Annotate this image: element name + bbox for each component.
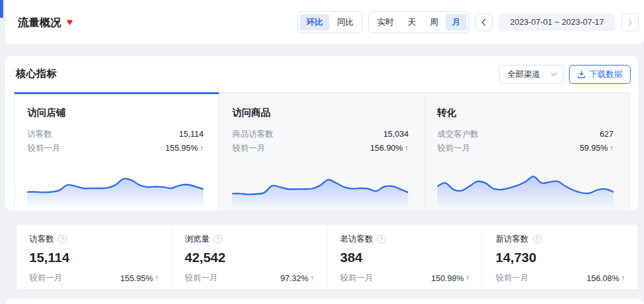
- sparkline-chart: [232, 160, 408, 207]
- arrow-up-icon: ↑: [310, 273, 314, 282]
- tab-week[interactable]: 周: [423, 14, 444, 31]
- arrow-up-icon: ↑: [610, 141, 613, 155]
- tab-conversion[interactable]: 转化 成交客户数 627 较前一月 59.95%↑: [425, 92, 629, 211]
- summary-value: 384: [340, 250, 470, 265]
- prev-period-button[interactable]: [475, 13, 493, 31]
- summary-value: 14,730: [496, 250, 626, 265]
- compare-label: 较前一月: [232, 141, 265, 155]
- summary-value: 42,542: [185, 250, 315, 265]
- compare-value: 150.98%: [431, 273, 463, 283]
- chevron-down-icon: [551, 73, 557, 76]
- summary-label: 老访客数: [340, 233, 373, 245]
- next-section-edge: [5, 299, 644, 304]
- tab-realtime[interactable]: 实时: [371, 14, 400, 31]
- compare-row: 较前一月 59.95%↑: [437, 141, 613, 155]
- metric-row: 商品访客数 15,034: [232, 127, 408, 141]
- compare-toggle: 环比 同比: [298, 11, 362, 33]
- summary-label: 浏览量: [185, 233, 210, 245]
- compare-value: 97.32%: [280, 273, 308, 283]
- compare-value: 155.95%: [120, 273, 153, 283]
- compare-row: 较前一月 155.95%↑: [27, 141, 203, 155]
- metric-label: 商品访客数: [232, 127, 273, 141]
- tab-month[interactable]: 月: [446, 14, 467, 31]
- compare-row: 较前一月 156.90%↑: [232, 141, 408, 155]
- compare-label: 较前一月: [185, 272, 218, 284]
- core-metrics-header: 核心指标 全部渠道 下载数据: [5, 56, 638, 92]
- sparkline-chart: [437, 160, 613, 207]
- download-data-button[interactable]: 下载数据: [569, 65, 631, 84]
- metric-tab-group: 访问店铺 访客数 15,114 较前一月 155.95%↑ 访问商品 商品访客数…: [14, 92, 629, 211]
- summary-label: 访客数: [29, 233, 54, 245]
- arrow-up-icon: ↑: [200, 141, 203, 155]
- compare-value: 156.08%: [587, 273, 619, 283]
- compare-label: 较前一月: [340, 272, 373, 284]
- metric-value: 15,114: [179, 127, 204, 141]
- metric-row: 成交客户数 627: [437, 127, 613, 141]
- tab-title: 访问店铺: [27, 107, 203, 119]
- compare-value: 155.95%: [165, 141, 198, 155]
- summary-value: 15,114: [29, 250, 159, 265]
- summary-label: 新访客数: [496, 233, 529, 245]
- tab-title: 访问商品: [232, 107, 408, 119]
- tab-day[interactable]: 天: [401, 14, 422, 31]
- toggle-mom[interactable]: 环比: [300, 14, 329, 31]
- metric-value: 15,034: [383, 127, 409, 141]
- header-controls: 环比 同比 实时 天 周 月 2023-07-01 ~ 2023-07-17: [298, 11, 639, 33]
- arrow-up-icon: ↑: [405, 141, 409, 155]
- channel-select-value: 全部渠道: [507, 69, 540, 80]
- channel-select[interactable]: 全部渠道: [499, 65, 564, 84]
- compare-value: 59.95%: [580, 141, 608, 155]
- help-icon[interactable]: ?: [377, 235, 386, 244]
- sparkline-chart: [27, 160, 203, 207]
- metric-label: 成交客户数: [437, 127, 479, 141]
- tab-title: 转化: [437, 107, 613, 119]
- metric-label: 访客数: [27, 127, 52, 141]
- granularity-tabs: 实时 天 周 月: [368, 11, 469, 33]
- chevron-right-icon: [627, 18, 633, 26]
- date-range-picker[interactable]: 2023-07-01 ~ 2023-07-17: [498, 13, 615, 31]
- compare-label: 较前一月: [29, 272, 62, 284]
- toggle-yoy[interactable]: 同比: [331, 14, 360, 31]
- arrow-up-icon: ↑: [466, 273, 470, 282]
- help-icon[interactable]: ?: [533, 235, 542, 244]
- next-period-button[interactable]: [621, 13, 639, 31]
- compare-label: 较前一月: [437, 141, 470, 155]
- metric-value: 627: [599, 127, 613, 141]
- compare-label: 较前一月: [496, 272, 529, 284]
- help-icon[interactable]: ?: [58, 235, 67, 244]
- core-metrics-card: 核心指标 全部渠道 下载数据 访问店铺 访客数 15,11: [5, 56, 638, 211]
- summary-cell-returning-visitors: 老访客数 ? 384 较前一月 150.98%↑: [327, 225, 483, 289]
- summary-metrics-card: 访客数 ? 15,114 较前一月 155.95%↑ 浏览量 ? 42,542 …: [16, 224, 638, 290]
- summary-cell-visitors: 访客数 ? 15,114 较前一月 155.95%↑: [17, 225, 172, 289]
- chevron-left-icon: [481, 18, 486, 26]
- arrow-up-icon: ↑: [621, 273, 625, 282]
- download-icon: [577, 71, 586, 78]
- header-bar: 流量概况 ♥ 环比 同比 实时 天 周 月 2023-07-01 ~ 2023-…: [5, 0, 644, 45]
- arrow-up-icon: ↑: [155, 273, 159, 282]
- page-title: 流量概况: [18, 15, 61, 30]
- tab-visit-shop[interactable]: 访问店铺 访客数 15,114 较前一月 155.95%↑: [14, 92, 219, 211]
- tab-visit-product[interactable]: 访问商品 商品访客数 15,034 较前一月 156.90%↑: [219, 92, 424, 211]
- traffic-overview-page: 流量概况 ♥ 环比 同比 实时 天 周 月 2023-07-01 ~ 2023-…: [0, 0, 644, 304]
- download-button-label: 下载数据: [589, 69, 622, 80]
- summary-cell-pageviews: 浏览量 ? 42,542 较前一月 97.32%↑: [172, 225, 327, 289]
- active-nav-indicator: [0, 0, 3, 18]
- title-wrap: 流量概况 ♥: [18, 15, 73, 30]
- compare-label: 较前一月: [27, 141, 60, 155]
- help-icon[interactable]: ?: [214, 235, 223, 244]
- metric-row: 访客数 15,114: [27, 127, 203, 141]
- summary-cell-new-visitors: 新访客数 ? 14,730 较前一月 156.08%↑: [483, 225, 638, 289]
- compare-value: 156.90%: [370, 141, 402, 155]
- favorite-heart-icon[interactable]: ♥: [67, 17, 73, 27]
- section-title: 核心指标: [16, 67, 57, 81]
- core-actions: 全部渠道 下载数据: [499, 65, 631, 84]
